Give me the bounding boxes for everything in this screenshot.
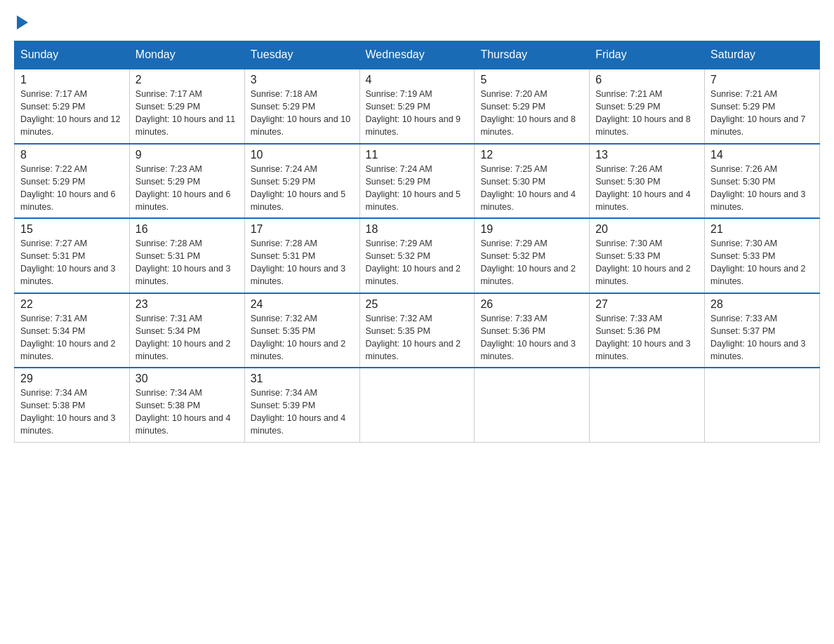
calendar-cell: 29 Sunrise: 7:34 AMSunset: 5:38 PMDaylig… xyxy=(15,368,130,442)
calendar-cell: 1 Sunrise: 7:17 AMSunset: 5:29 PMDayligh… xyxy=(15,69,130,144)
day-info: Sunrise: 7:30 AMSunset: 5:33 PMDaylight:… xyxy=(710,239,806,286)
calendar-cell: 14 Sunrise: 7:26 AMSunset: 5:30 PMDaylig… xyxy=(705,144,820,219)
day-info: Sunrise: 7:32 AMSunset: 5:35 PMDaylight:… xyxy=(251,314,346,361)
day-number: 20 xyxy=(595,223,699,236)
day-number: 5 xyxy=(480,74,583,86)
day-info: Sunrise: 7:20 AMSunset: 5:29 PMDaylight:… xyxy=(480,89,576,137)
day-number: 9 xyxy=(135,149,239,161)
day-info: Sunrise: 7:33 AMSunset: 5:37 PMDaylight:… xyxy=(710,314,806,361)
day-number: 2 xyxy=(135,74,239,86)
day-info: Sunrise: 7:21 AMSunset: 5:29 PMDaylight:… xyxy=(595,89,691,137)
calendar-cell: 6 Sunrise: 7:21 AMSunset: 5:29 PMDayligh… xyxy=(590,69,705,144)
day-number: 21 xyxy=(710,223,814,236)
column-header-sunday: Sunday xyxy=(15,41,130,69)
day-number: 11 xyxy=(366,149,469,161)
day-number: 7 xyxy=(710,74,814,86)
day-info: Sunrise: 7:29 AMSunset: 5:32 PMDaylight:… xyxy=(480,239,576,286)
calendar-cell: 31 Sunrise: 7:34 AMSunset: 5:39 PMDaylig… xyxy=(244,368,359,442)
week-row-5: 29 Sunrise: 7:34 AMSunset: 5:38 PMDaylig… xyxy=(15,368,820,442)
calendar-cell xyxy=(705,368,820,442)
day-number: 19 xyxy=(480,223,583,236)
day-info: Sunrise: 7:34 AMSunset: 5:38 PMDaylight:… xyxy=(135,388,231,436)
day-number: 6 xyxy=(595,74,699,86)
day-info: Sunrise: 7:25 AMSunset: 5:30 PMDaylight:… xyxy=(480,164,576,212)
calendar-cell: 27 Sunrise: 7:33 AMSunset: 5:36 PMDaylig… xyxy=(590,293,705,368)
day-info: Sunrise: 7:31 AMSunset: 5:34 PMDaylight:… xyxy=(135,314,231,361)
day-info: Sunrise: 7:30 AMSunset: 5:33 PMDaylight:… xyxy=(595,239,691,286)
calendar-cell: 21 Sunrise: 7:30 AMSunset: 5:33 PMDaylig… xyxy=(705,218,820,293)
day-info: Sunrise: 7:27 AMSunset: 5:31 PMDaylight:… xyxy=(20,239,116,286)
column-header-monday: Monday xyxy=(129,41,244,69)
calendar-cell: 20 Sunrise: 7:30 AMSunset: 5:33 PMDaylig… xyxy=(590,218,705,293)
calendar-table: SundayMondayTuesdayWednesdayThursdayFrid… xyxy=(14,41,820,443)
day-number: 31 xyxy=(251,373,354,385)
calendar-cell: 10 Sunrise: 7:24 AMSunset: 5:29 PMDaylig… xyxy=(244,144,359,219)
day-number: 27 xyxy=(595,298,699,311)
calendar-cell: 8 Sunrise: 7:22 AMSunset: 5:29 PMDayligh… xyxy=(15,144,130,219)
day-number: 1 xyxy=(20,74,124,86)
day-info: Sunrise: 7:22 AMSunset: 5:29 PMDaylight:… xyxy=(20,164,116,212)
day-info: Sunrise: 7:23 AMSunset: 5:29 PMDaylight:… xyxy=(135,164,231,212)
day-number: 17 xyxy=(251,223,354,236)
day-number: 10 xyxy=(251,149,354,161)
calendar-cell: 26 Sunrise: 7:33 AMSunset: 5:36 PMDaylig… xyxy=(475,293,590,368)
day-info: Sunrise: 7:33 AMSunset: 5:36 PMDaylight:… xyxy=(595,314,691,361)
column-header-wednesday: Wednesday xyxy=(359,41,475,69)
calendar-cell xyxy=(359,368,475,442)
calendar-cell: 9 Sunrise: 7:23 AMSunset: 5:29 PMDayligh… xyxy=(129,144,244,219)
day-number: 29 xyxy=(20,373,124,385)
day-info: Sunrise: 7:31 AMSunset: 5:34 PMDaylight:… xyxy=(20,314,116,361)
day-number: 23 xyxy=(135,298,239,311)
day-number: 13 xyxy=(595,149,699,161)
calendar-cell: 17 Sunrise: 7:28 AMSunset: 5:31 PMDaylig… xyxy=(244,218,359,293)
day-info: Sunrise: 7:34 AMSunset: 5:39 PMDaylight:… xyxy=(251,388,346,436)
calendar-cell: 12 Sunrise: 7:25 AMSunset: 5:30 PMDaylig… xyxy=(475,144,590,219)
day-number: 15 xyxy=(20,223,124,236)
week-row-3: 15 Sunrise: 7:27 AMSunset: 5:31 PMDaylig… xyxy=(15,218,820,293)
day-info: Sunrise: 7:21 AMSunset: 5:29 PMDaylight:… xyxy=(710,89,806,137)
calendar-cell: 2 Sunrise: 7:17 AMSunset: 5:29 PMDayligh… xyxy=(129,69,244,144)
day-info: Sunrise: 7:18 AMSunset: 5:29 PMDaylight:… xyxy=(251,89,350,137)
day-info: Sunrise: 7:24 AMSunset: 5:29 PMDaylight:… xyxy=(366,164,461,212)
day-number: 12 xyxy=(480,149,583,161)
day-number: 14 xyxy=(710,149,814,161)
calendar-cell: 3 Sunrise: 7:18 AMSunset: 5:29 PMDayligh… xyxy=(244,69,359,144)
calendar-cell: 30 Sunrise: 7:34 AMSunset: 5:38 PMDaylig… xyxy=(129,368,244,442)
calendar-cell: 19 Sunrise: 7:29 AMSunset: 5:32 PMDaylig… xyxy=(475,218,590,293)
day-info: Sunrise: 7:26 AMSunset: 5:30 PMDaylight:… xyxy=(710,164,806,212)
calendar-cell: 18 Sunrise: 7:29 AMSunset: 5:32 PMDaylig… xyxy=(359,218,475,293)
day-info: Sunrise: 7:19 AMSunset: 5:29 PMDaylight:… xyxy=(366,89,461,137)
logo-arrow-icon xyxy=(17,15,28,29)
day-number: 28 xyxy=(710,298,814,311)
day-info: Sunrise: 7:28 AMSunset: 5:31 PMDaylight:… xyxy=(251,239,346,286)
calendar-cell: 23 Sunrise: 7:31 AMSunset: 5:34 PMDaylig… xyxy=(129,293,244,368)
week-row-2: 8 Sunrise: 7:22 AMSunset: 5:29 PMDayligh… xyxy=(15,144,820,219)
column-header-saturday: Saturday xyxy=(705,41,820,69)
week-row-1: 1 Sunrise: 7:17 AMSunset: 5:29 PMDayligh… xyxy=(15,69,820,144)
calendar-cell: 16 Sunrise: 7:28 AMSunset: 5:31 PMDaylig… xyxy=(129,218,244,293)
calendar-cell: 4 Sunrise: 7:19 AMSunset: 5:29 PMDayligh… xyxy=(359,69,475,144)
calendar-cell: 5 Sunrise: 7:20 AMSunset: 5:29 PMDayligh… xyxy=(475,69,590,144)
day-info: Sunrise: 7:28 AMSunset: 5:31 PMDaylight:… xyxy=(135,239,231,286)
day-number: 30 xyxy=(135,373,239,385)
calendar-cell: 25 Sunrise: 7:32 AMSunset: 5:35 PMDaylig… xyxy=(359,293,475,368)
calendar-cell: 11 Sunrise: 7:24 AMSunset: 5:29 PMDaylig… xyxy=(359,144,475,219)
day-number: 22 xyxy=(20,298,124,311)
day-info: Sunrise: 7:29 AMSunset: 5:32 PMDaylight:… xyxy=(366,239,461,286)
calendar-cell: 22 Sunrise: 7:31 AMSunset: 5:34 PMDaylig… xyxy=(15,293,130,368)
day-info: Sunrise: 7:17 AMSunset: 5:29 PMDaylight:… xyxy=(135,89,235,137)
calendar-cell xyxy=(475,368,590,442)
column-header-tuesday: Tuesday xyxy=(244,41,359,69)
logo xyxy=(14,14,28,28)
day-number: 26 xyxy=(480,298,583,311)
day-info: Sunrise: 7:24 AMSunset: 5:29 PMDaylight:… xyxy=(251,164,346,212)
day-info: Sunrise: 7:26 AMSunset: 5:30 PMDaylight:… xyxy=(595,164,691,212)
calendar-cell: 28 Sunrise: 7:33 AMSunset: 5:37 PMDaylig… xyxy=(705,293,820,368)
day-info: Sunrise: 7:32 AMSunset: 5:35 PMDaylight:… xyxy=(366,314,461,361)
day-number: 8 xyxy=(20,149,124,161)
page-header xyxy=(14,14,820,28)
day-info: Sunrise: 7:17 AMSunset: 5:29 PMDaylight:… xyxy=(20,89,120,137)
day-number: 16 xyxy=(135,223,239,236)
header-row: SundayMondayTuesdayWednesdayThursdayFrid… xyxy=(15,41,820,69)
calendar-cell: 7 Sunrise: 7:21 AMSunset: 5:29 PMDayligh… xyxy=(705,69,820,144)
